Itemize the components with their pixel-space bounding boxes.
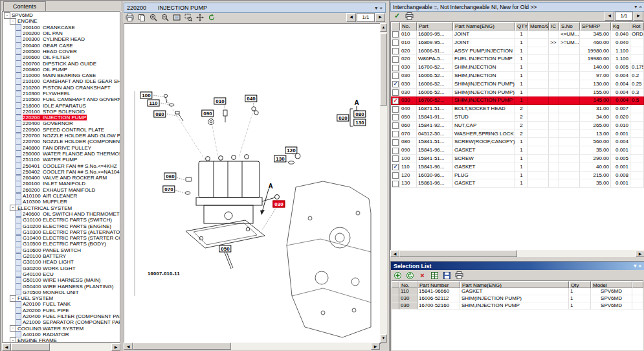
tree-item-200500[interactable]: 200500HEAD COVER [4, 49, 120, 54]
selection-col-partnameeng[interactable]: Part Name(ENG) [460, 281, 569, 288]
parts-row[interactable]: ✓03016006-52...SHIM(INJECTION PUMP)1130.… [391, 80, 644, 89]
diagram-vscrollbar[interactable]: ▲ ▼ [380, 23, 387, 343]
callout-080[interactable]: 080 [153, 111, 166, 118]
selection-col-partnumber[interactable]: Part Number [417, 281, 460, 288]
refresh-icon[interactable] [206, 13, 217, 22]
row-checkbox[interactable] [392, 122, 399, 129]
callout-060[interactable]: 060 [164, 173, 176, 180]
parts-col-ic[interactable]: IC [549, 22, 559, 30]
tree-item-260400[interactable]: 260400VALVE AND ROCKER ARM [4, 175, 120, 181]
tree-item-240800[interactable]: 240800FAN DRIVE PULLEY [4, 145, 120, 151]
callout-130[interactable]: 130 [274, 155, 286, 163]
tree-item-200400[interactable]: 200400GEAR CASE [4, 42, 120, 48]
selection-row[interactable]: 03016700-52160SHIM,INJECTION PUMP1SPV6MD [392, 302, 643, 310]
prev-page-icon[interactable]: ◀ [346, 13, 356, 22]
copy-icon[interactable] [136, 13, 147, 22]
parts-col-partnameeng[interactable]: Part Name(ENG) [453, 22, 515, 30]
tree-item-G10200[interactable]: G10200ELECTRIC PARTS (ENGINE) [4, 223, 120, 229]
scroll-thumb[interactable] [133, 343, 231, 350]
parts-col-memos[interactable]: Memo/S [528, 22, 549, 30]
parts-col-no[interactable]: No. [400, 22, 417, 30]
tree-item-G30100[interactable]: G30100HEAD LIGHT [4, 259, 120, 265]
parts-hscrollbar[interactable]: ◀ ▶ [390, 250, 644, 257]
callout-A[interactable]: A [268, 183, 272, 189]
tree-item-260200[interactable]: 260200EXHAUST MANIFOLD [4, 187, 120, 193]
parts-col-kg[interactable]: Kg [611, 22, 630, 30]
parts-row[interactable]: 03016700-52...SHIM,INJECTION1140.000.005… [391, 63, 644, 72]
parts-row[interactable]: 06015841-92...NUT,CAP2265.000.010 [391, 122, 644, 130]
tree-item-A21000[interactable]: A21000SEPARATOR (COMPONENT PAR [4, 319, 120, 325]
selection-col-model[interactable]: Model [591, 281, 632, 288]
diagram-canvas[interactable]: 100110080090010040020A080130120130060070… [124, 23, 381, 344]
callout-010[interactable]: 010 [214, 98, 226, 105]
diagram-hscrollbar[interactable]: ◀ ▶ [124, 343, 380, 350]
next-page-icon[interactable]: ▶ [634, 12, 643, 21]
export-icon[interactable] [429, 271, 440, 280]
tree-item-210100[interactable]: 210100CAMSHAFT AND IDLE GEAR SHA [4, 78, 120, 84]
parts-row[interactable]: ✓11015841-96...GASKET140.000.001 [391, 163, 644, 172]
tree-item-A10300[interactable]: A10300MUFFLER [4, 199, 120, 205]
parts-row[interactable]: 02016006-51...ASSY PUMP,INJECTION119980.… [391, 47, 644, 56]
scroll-thumb[interactable] [11, 343, 50, 351]
row-checkbox[interactable] [392, 114, 399, 120]
tree-item-250402[interactable]: 250402COOLER FAN ## S.No.>=NA104 [4, 169, 120, 175]
tree-item-G40100[interactable]: G40100ECU [4, 271, 120, 277]
tree-node-electrical-system[interactable]: -ELECTRICAL SYSTEM [4, 205, 120, 211]
add-icon[interactable] [392, 271, 403, 280]
tree-node-engine-frame[interactable]: -ENGINE FRAME [4, 337, 120, 343]
tree-item-200800[interactable]: 200800OIL PUMP [4, 67, 120, 73]
tab-contents[interactable]: Contents [3, 1, 46, 12]
tree-item-G50100[interactable]: G50100WIRE HARNESS (MAIN) [4, 277, 120, 283]
tree-item-220700[interactable]: 220700NOZZLE HOLDER AND GLOW PL [4, 133, 120, 139]
callout-100[interactable]: 100 [140, 92, 152, 99]
scroll-down-icon[interactable]: ▼ [380, 334, 387, 343]
parts-col-part[interactable]: Part [417, 22, 453, 30]
tree-item-210200[interactable]: 210200PISTON AND CRANKSHAFT [4, 85, 120, 91]
scroll-right-icon[interactable]: ▶ [371, 343, 380, 350]
row-checkbox[interactable]: ✓ [392, 81, 399, 87]
tree-item-251100[interactable]: 251100WATER PUMP [4, 157, 120, 163]
callout-020[interactable]: 020 [337, 115, 349, 122]
tree-item-218000[interactable]: 218000IDLE APPARATUS [4, 102, 120, 108]
tree-item-G30200[interactable]: G30200WORK LIGHT [4, 265, 120, 271]
tree-item-G10600[interactable]: G10600PANEL SWITCH [4, 247, 120, 253]
callout-120[interactable]: 120 [285, 147, 297, 154]
parts-row[interactable]: 10015841-51...SCREW1290.000.005 [391, 155, 644, 163]
parts-col-sno[interactable]: S.No [559, 22, 580, 30]
scroll-thumb[interactable] [380, 33, 387, 106]
tree-node-cooling-water-system[interactable]: -COOLING WATER SYSTEM [4, 325, 120, 331]
parts-row[interactable]: 03016006-52...SHIM(INJECTION PUMP)1155.0… [391, 89, 644, 97]
tree-item-A20100[interactable]: A20100FUEL TANK [4, 301, 120, 307]
close-icon[interactable]: × [639, 4, 642, 10]
scroll-left-icon[interactable]: ◀ [124, 343, 133, 350]
tree-item-260100[interactable]: 260100INLET MANIFOLD [4, 181, 120, 187]
parts-row[interactable]: 08015841-51...SCREW(ROOF,CANOPY)1560.000… [391, 138, 644, 146]
scroll-up-icon[interactable]: ▲ [380, 23, 387, 32]
callout-070[interactable]: 070 [162, 186, 175, 193]
pin-icon[interactable]: ▾ [375, 5, 377, 11]
tree-item-240600[interactable]: 240600OIL SWITCH AND THERMOMETE [4, 211, 120, 217]
collapse-icon[interactable]: - [10, 337, 16, 343]
parts-row[interactable]: 01016809-95...JOINT1<=UM...345.000.040OR… [391, 30, 644, 39]
tree-item-G50400[interactable]: G50400WIRE HARNESS (PLANTING) [4, 283, 120, 289]
parts-col-qty[interactable]: QTY [515, 22, 528, 30]
tree-item-220700[interactable]: 220700NOZZLE HOLDER (COMPONENT [4, 139, 120, 144]
scroll-right-icon[interactable]: ▶ [636, 250, 644, 257]
tree-node-fuel-system[interactable]: -FUEL SYSTEM [4, 295, 120, 301]
row-checkbox[interactable] [392, 155, 399, 162]
parts-col-rot[interactable]: Rot [630, 22, 644, 30]
callout-040[interactable]: 040 [245, 95, 257, 102]
parts-row[interactable]: 09015841-96...GASKET135.000.001 [391, 146, 644, 155]
tree-item-210500[interactable]: 210500FUEL CAMSHAFT AND GOVERNO [4, 96, 120, 102]
row-checkbox[interactable] [392, 139, 399, 146]
row-checkbox[interactable] [392, 65, 399, 71]
tree-item-A40100[interactable]: A40100RADIATOR [4, 332, 120, 337]
pin-icon[interactable]: ▾ [634, 263, 636, 269]
row-checkbox[interactable] [392, 56, 399, 63]
parts-row[interactable]: 020W86PA-5...FUEL INJECTION PUMP119980.0… [391, 55, 644, 63]
tree-item-210300[interactable]: 210300FLYWHEEL [4, 91, 120, 96]
scroll-thumb[interactable] [399, 250, 517, 257]
print-icon[interactable] [454, 271, 465, 280]
pin-icon[interactable]: ▾ [634, 4, 637, 10]
tree-node-engine[interactable]: -ENGINE [4, 18, 120, 24]
